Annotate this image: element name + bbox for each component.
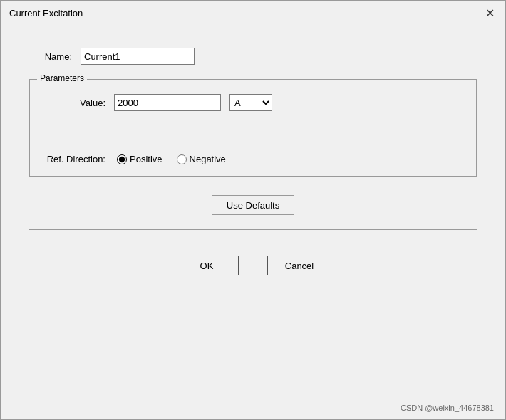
value-row: Value: A mA kA <box>41 94 465 111</box>
parameters-legend: Parameters <box>37 73 87 83</box>
negative-label: Negative <box>190 154 226 164</box>
radio-group: Positive Negative <box>117 154 226 164</box>
button-row: OK Cancel <box>29 244 477 293</box>
title-bar: Current Excitation ✕ <box>1 1 505 26</box>
negative-option[interactable]: Negative <box>177 154 226 164</box>
name-row: Name: <box>29 48 477 65</box>
unit-select[interactable]: A mA kA <box>229 94 272 111</box>
direction-row: Ref. Direction: Positive Negative <box>41 154 465 164</box>
separator <box>29 229 477 230</box>
ok-button[interactable]: OK <box>175 256 239 275</box>
direction-label: Ref. Direction: <box>41 154 105 164</box>
watermark: CSDN @weixin_44678381 <box>401 404 494 412</box>
cancel-button[interactable]: Cancel <box>267 256 331 275</box>
parameters-group: Parameters Value: A mA kA Ref. Direction… <box>29 79 477 177</box>
negative-radio[interactable] <box>177 154 187 164</box>
positive-radio[interactable] <box>117 154 127 164</box>
close-button[interactable]: ✕ <box>482 6 497 21</box>
name-input[interactable] <box>81 48 195 65</box>
positive-label: Positive <box>130 154 162 164</box>
value-input[interactable] <box>114 94 221 111</box>
current-excitation-dialog: Current Excitation ✕ Name: Parameters Va… <box>0 0 506 420</box>
use-defaults-row: Use Defaults <box>29 195 477 215</box>
dialog-content: Name: Parameters Value: A mA kA Ref. Dir… <box>1 26 505 419</box>
dialog-title: Current Excitation <box>9 8 83 19</box>
name-label: Name: <box>29 51 72 62</box>
positive-option[interactable]: Positive <box>117 154 162 164</box>
use-defaults-button[interactable]: Use Defaults <box>212 195 294 215</box>
value-label: Value: <box>41 98 105 108</box>
